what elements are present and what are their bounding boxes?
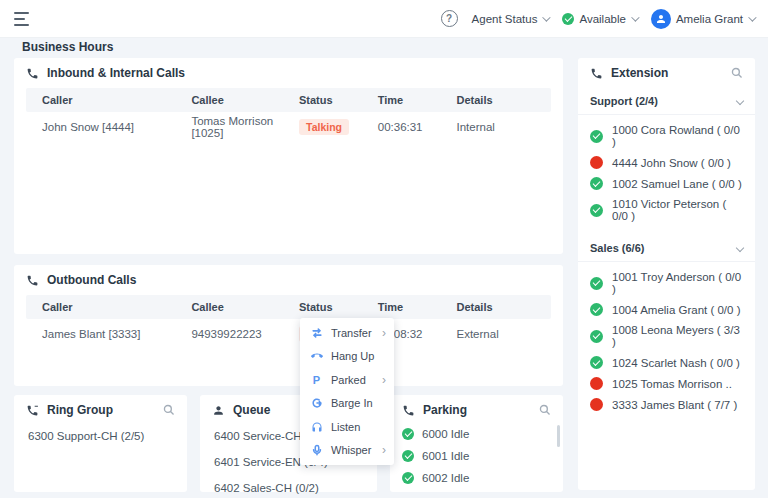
parking-slot[interactable]: 6001 Idle	[390, 445, 563, 467]
search-icon[interactable]	[731, 67, 743, 79]
status-available-icon	[402, 428, 414, 440]
menu-item-label: Whisper	[331, 444, 371, 456]
time-cell: 00:36:31	[378, 121, 457, 133]
parking-title: Parking	[423, 403, 467, 417]
inbound-panel-title: Inbound & Internal Calls	[47, 66, 185, 80]
help-icon[interactable]: ?	[441, 10, 458, 27]
extension-label: 1000 Cora Rowland ( 0/0 )	[612, 124, 743, 148]
hang-up-icon	[310, 350, 323, 363]
ring-group-item[interactable]: 6300 Support-CH (2/5)	[14, 423, 187, 449]
menu-item-label: Transfer	[331, 327, 372, 339]
availability-label: Available	[579, 13, 625, 25]
extension-group-support[interactable]: Support (2/4)	[578, 86, 755, 115]
menu-item-label: Hang Up	[331, 350, 374, 362]
status-badge: Talking	[299, 119, 349, 135]
parked-icon: P	[310, 373, 323, 386]
status-available-icon	[590, 330, 603, 343]
parking-slot-label: 6001 Idle	[422, 450, 469, 462]
menu-fold-icon[interactable]	[14, 12, 32, 26]
parking-slot-label: 6000 Idle	[422, 428, 469, 440]
extension-item[interactable]: 1004 Amelia Grant ( 0/0 )	[578, 299, 755, 320]
extension-group-sales[interactable]: Sales (6/6)	[578, 233, 755, 262]
status-available-icon	[590, 356, 603, 369]
parking-slot-label: 6002 Idle	[422, 472, 469, 484]
agent-status-dropdown[interactable]: Agent Status	[472, 13, 549, 25]
extension-panel: Extension Support (2/4) 1000 Cora Rowlan…	[578, 58, 755, 490]
column-header-caller: Caller	[26, 301, 191, 313]
column-header-time: Time	[378, 94, 457, 106]
extension-label: 1024 Scarlet Nash ( 0/0 )	[612, 357, 740, 369]
submenu-arrow-icon: ›	[382, 374, 386, 386]
status-busy-icon	[590, 398, 603, 411]
menu-item-whisper[interactable]: Whisper ›	[300, 439, 394, 463]
user-menu[interactable]: Amelia Grant	[651, 9, 754, 29]
extension-item[interactable]: 1008 Leona Meyers ( 3/3 )	[578, 320, 755, 352]
outbound-calls-panel: Outbound Calls Caller Callee Status Time…	[14, 265, 563, 386]
status-available-icon	[590, 277, 603, 290]
topbar: ? Agent Status Available Amelia Grant	[0, 0, 768, 38]
menu-item-barge-in[interactable]: Barge In	[300, 392, 394, 416]
extension-label: 1001 Troy Anderson ( 0/0 )	[612, 271, 743, 295]
user-avatar	[651, 9, 671, 29]
person-icon	[655, 13, 667, 25]
queue-icon	[212, 404, 225, 417]
chevron-down-icon	[543, 13, 551, 21]
extension-item[interactable]: 1000 Cora Rowland ( 0/0 )	[578, 120, 755, 152]
barge-in-icon	[310, 397, 323, 410]
parking-slot[interactable]: 6002 Idle	[390, 467, 563, 489]
scrollbar-thumb[interactable]	[557, 425, 560, 447]
extension-label: 1008 Leona Meyers ( 3/3 )	[612, 324, 743, 348]
extension-item[interactable]: 1002 Samuel Lane ( 0/0 )	[578, 173, 755, 194]
extension-icon	[590, 67, 603, 80]
menu-item-listen[interactable]: Listen	[300, 415, 394, 439]
search-icon[interactable]	[163, 404, 175, 416]
chevron-down-icon	[736, 244, 744, 252]
extension-item[interactable]: 1024 Scarlet Nash ( 0/0 )	[578, 352, 755, 373]
details-cell: Internal	[457, 121, 552, 133]
callee-cell: 94939922223	[191, 328, 299, 340]
extension-item[interactable]: 1010 Victor Peterson ( 0/0 )	[578, 194, 755, 226]
menu-item-parked[interactable]: P Parked ›	[300, 368, 394, 392]
status-busy-icon	[590, 377, 603, 390]
queue-title: Queue	[233, 403, 270, 417]
ring-group-icon	[26, 404, 39, 417]
status-available-icon	[590, 303, 603, 316]
ring-group-panel: Ring Group 6300 Support-CH (2/5)	[14, 395, 187, 492]
caller-cell: John Snow [4444]	[26, 121, 191, 133]
table-row[interactable]: James Blant [3333] 94939922223 Talking 0…	[26, 319, 551, 349]
whisper-icon	[310, 444, 323, 457]
extension-item[interactable]: 1025 Tomas Morrison ..	[578, 373, 755, 394]
parking-slot[interactable]: 6000 Idle	[390, 423, 563, 445]
outbound-call-icon	[26, 274, 39, 287]
extension-label: 1002 Samuel Lane ( 0/0 )	[612, 178, 742, 190]
queue-item[interactable]: 6402 Sales-CH (0/2)	[200, 475, 377, 498]
parking-panel: Parking 6000 Idle 6001 Idle 6002 Idle	[390, 395, 563, 492]
search-icon[interactable]	[539, 404, 551, 416]
inbound-calls-panel: Inbound & Internal Calls Caller Callee S…	[14, 58, 563, 254]
column-header-time: Time	[378, 301, 457, 313]
extension-item[interactable]: 1001 Troy Anderson ( 0/0 )	[578, 267, 755, 299]
group-label: Sales (6/6)	[590, 242, 644, 254]
business-hours-label: Business Hours	[22, 40, 113, 54]
group-label: Support (2/4)	[590, 95, 658, 107]
status-busy-icon	[590, 156, 603, 169]
status-available-icon	[402, 472, 414, 484]
ring-group-title: Ring Group	[47, 403, 113, 417]
parking-icon	[402, 404, 415, 417]
availability-dropdown[interactable]: Available	[562, 13, 636, 25]
column-header-callee: Callee	[191, 301, 299, 313]
table-row[interactable]: John Snow [4444] Tomas Morrison [1025] T…	[26, 112, 551, 142]
menu-item-label: Parked	[331, 374, 366, 386]
callee-cell: Tomas Morrison [1025]	[191, 115, 299, 139]
menu-item-hang-up[interactable]: Hang Up	[300, 345, 394, 369]
column-header-callee: Callee	[191, 94, 299, 106]
menu-item-transfer[interactable]: Transfer ›	[300, 321, 394, 345]
extension-label: 1010 Victor Peterson ( 0/0 )	[612, 198, 743, 222]
call-context-menu: Transfer › Hang Up P Parked › Barge In	[300, 318, 394, 465]
column-header-details: Details	[457, 301, 552, 313]
caller-cell: James Blant [3333]	[26, 328, 191, 340]
extension-item[interactable]: 3333 James Blant ( 7/7 )	[578, 394, 755, 415]
submenu-arrow-icon: ›	[382, 444, 386, 456]
inbound-table-header: Caller Callee Status Time Details	[26, 88, 551, 112]
extension-item[interactable]: 4444 John Snow ( 0/0 )	[578, 152, 755, 173]
